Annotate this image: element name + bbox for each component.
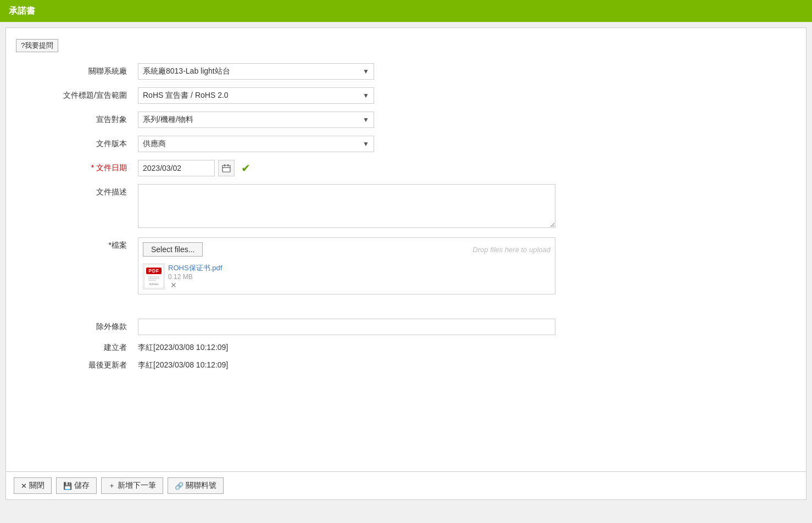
doc-date-label: * 文件日期 [28, 163, 138, 173]
file-upload-control: Select files... Drop files here to uploa… [138, 237, 555, 294]
save-label: 儲存 [74, 481, 90, 491]
file-size: 0.12 MB [168, 273, 222, 281]
vendor-select[interactable]: 系統廠8013-Lab light站台 ▼ [138, 63, 374, 80]
main-container: ?我要提問 關聯系統廠 系統廠8013-Lab light站台 ▼ 文件標題/宣… [5, 27, 807, 500]
vendor-arrow-icon: ▼ [363, 68, 369, 75]
doc-date-row: * 文件日期 ✔ [28, 160, 784, 176]
declaration-target-row: 宣告對象 系列/機種/物料 ▼ [28, 112, 784, 128]
creator-value: 李紅[2023/03/08 10:12:09] [138, 343, 228, 353]
exemption-input[interactable] [138, 319, 555, 335]
updater-label: 最後更新者 [28, 360, 138, 370]
date-wrapper: ✔ [138, 160, 555, 176]
doc-version-control: 供應商 ▼ [138, 136, 555, 152]
link-icon: 🔗 [175, 482, 183, 490]
doc-version-label: 文件版本 [28, 139, 138, 149]
declaration-target-control: 系列/機種/物料 ▼ [138, 112, 555, 128]
related-button[interactable]: 🔗 關聯料號 [168, 477, 224, 494]
file-info: ROHS保证书.pdf 0.12 MB ✕ [168, 263, 222, 290]
bottom-toolbar: ✕ 關閉 💾 儲存 ＋ 新增下一筆 🔗 關聯料號 [6, 471, 806, 499]
updater-row: 最後更新者 李紅[2023/03/08 10:12:09] [28, 360, 784, 370]
file-upload-area: Select files... Drop files here to uploa… [138, 237, 555, 294]
help-button[interactable]: ?我要提問 [16, 39, 58, 52]
calendar-icon[interactable] [218, 160, 235, 176]
exemption-control [138, 319, 555, 335]
file-label: *檔案 [28, 237, 138, 251]
file-remove-icon[interactable]: ✕ [170, 281, 222, 290]
doc-version-arrow-icon: ▼ [363, 140, 369, 148]
doc-desc-label: 文件描述 [28, 184, 138, 197]
doc-title-control: RoHS 宣告書 / RoHS 2.0 ▼ [138, 87, 555, 104]
pdf-file-icon: PDF Adobe [143, 263, 165, 290]
doc-version-row: 文件版本 供應商 ▼ [28, 136, 784, 152]
doc-version-value: 供應商 [143, 139, 166, 149]
related-label: 關聯料號 [186, 481, 216, 491]
doc-title-value: RoHS 宣告書 / RoHS 2.0 [143, 91, 229, 101]
declaration-target-select[interactable]: 系列/機種/物料 ▼ [138, 112, 374, 128]
vendor-control: 系統廠8013-Lab light站台 ▼ [138, 63, 555, 80]
doc-date-input[interactable] [138, 160, 215, 176]
doc-desc-control [138, 184, 555, 230]
creator-label: 建立者 [28, 343, 138, 353]
vendor-label: 關聯系統廠 [28, 66, 138, 76]
date-valid-icon: ✔ [241, 162, 251, 175]
new-next-label: 新增下一筆 [118, 481, 156, 491]
form-area: 關聯系統廠 系統廠8013-Lab light站台 ▼ 文件標題/宣告範圍 Ro… [6, 58, 806, 383]
drop-hint: Drop files here to upload [472, 246, 550, 254]
doc-title-select[interactable]: RoHS 宣告書 / RoHS 2.0 ▼ [138, 87, 374, 104]
file-upload-top: Select files... Drop files here to uploa… [143, 242, 550, 261]
select-files-button[interactable]: Select files... [143, 242, 203, 257]
file-item: PDF Adobe ROHS保证书.pdf 0. [143, 263, 550, 290]
declaration-target-label: 宣告對象 [28, 115, 138, 125]
creator-row: 建立者 李紅[2023/03/08 10:12:09] [28, 343, 784, 353]
new-next-button[interactable]: ＋ 新增下一筆 [101, 477, 163, 494]
save-icon: 💾 [63, 482, 72, 490]
updater-value: 李紅[2023/03/08 10:12:09] [138, 360, 228, 370]
doc-title-row: 文件標題/宣告範圍 RoHS 宣告書 / RoHS 2.0 ▼ [28, 87, 784, 104]
file-upload-row: *檔案 Select files... Drop files here to u… [28, 237, 784, 294]
file-name[interactable]: ROHS保证书.pdf [168, 263, 222, 273]
add-icon: ＋ [108, 481, 115, 491]
vendor-row: 關聯系統廠 系統廠8013-Lab light站台 ▼ [28, 63, 784, 80]
vendor-value: 系統廠8013-Lab light站台 [143, 66, 230, 76]
doc-desc-row: 文件描述 [28, 184, 784, 230]
doc-version-select[interactable]: 供應商 ▼ [138, 136, 374, 152]
doc-date-control: ✔ [138, 160, 555, 176]
page-title: 承諾書 [9, 5, 35, 17]
close-label: 關閉 [29, 481, 45, 491]
declaration-target-arrow-icon: ▼ [363, 116, 369, 124]
doc-desc-textarea[interactable] [138, 184, 555, 228]
top-bar: 承諾書 [0, 0, 812, 22]
svg-rect-0 [223, 165, 230, 172]
doc-title-arrow-icon: ▼ [363, 92, 369, 99]
close-button[interactable]: ✕ 關閉 [14, 477, 52, 494]
exemption-row: 除外條款 [28, 319, 784, 335]
close-icon: ✕ [21, 482, 27, 490]
save-button[interactable]: 💾 儲存 [56, 477, 97, 494]
declaration-target-value: 系列/機種/物料 [143, 115, 193, 125]
doc-title-label: 文件標題/宣告範圍 [28, 91, 138, 101]
exemption-label: 除外條款 [28, 322, 138, 332]
